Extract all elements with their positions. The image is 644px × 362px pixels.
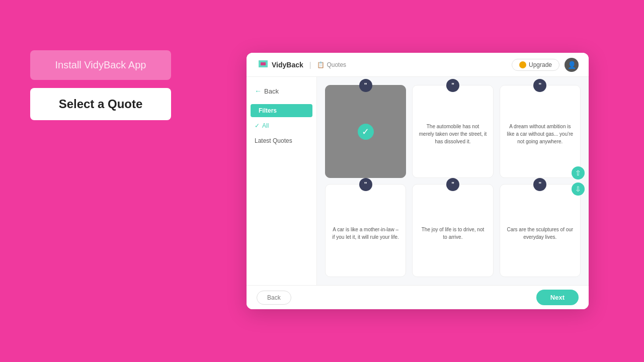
- logo-text: VidyBack: [272, 61, 303, 69]
- sidebar-item-latest[interactable]: Latest Quotes: [247, 134, 316, 147]
- breadcrumb-label: Quotes: [327, 61, 346, 68]
- quote-card-2[interactable]: " The automobile has not merely taken ov…: [412, 85, 493, 178]
- scroll-down-button[interactable]: ⇩: [572, 183, 585, 196]
- quote-card-6[interactable]: " Cars are the sculptures of our everyda…: [500, 184, 581, 277]
- upgrade-label: Upgrade: [529, 61, 552, 68]
- all-label: All: [262, 122, 269, 129]
- quote-text-2: The automobile has not merely taken over…: [419, 123, 487, 145]
- vidyback-logo-icon: [257, 58, 270, 71]
- install-app-button[interactable]: Install VidyBack App: [30, 50, 171, 80]
- scroll-up-button[interactable]: ⇧: [572, 166, 585, 179]
- quote-card-4[interactable]: " A car is like a mother-in-law – if you…: [325, 184, 406, 277]
- quote-card-3[interactable]: " A dream without ambition is like a car…: [500, 85, 581, 178]
- filters-label: Filters: [251, 104, 312, 117]
- main-content: " ✓ " The automobile has not merely take…: [317, 77, 589, 285]
- footer-back-button[interactable]: Back: [257, 291, 291, 305]
- sidebar-item-all[interactable]: ✓ All: [247, 119, 316, 132]
- quote-badge-4: ": [359, 178, 372, 191]
- header-left: VidyBack | 📋 Quotes: [257, 58, 346, 71]
- avatar[interactable]: 👤: [565, 58, 579, 72]
- back-label: Back: [264, 87, 279, 95]
- scroll-buttons: ⇧ ⇩: [572, 166, 585, 196]
- left-panel: Install VidyBack App Select a Quote: [30, 50, 171, 120]
- header-right: Upgrade 👤: [512, 58, 579, 72]
- quote-text-6: Cars are the sculptures of our everyday …: [506, 226, 574, 241]
- logo: VidyBack: [257, 58, 303, 71]
- check-icon: ✓: [255, 122, 260, 129]
- app-header: VidyBack | 📋 Quotes Upgrade 👤: [247, 53, 589, 77]
- next-button[interactable]: Next: [536, 290, 579, 305]
- svg-marker-1: [261, 62, 266, 65]
- upgrade-icon: [519, 61, 526, 68]
- select-quote-button[interactable]: Select a Quote: [30, 88, 171, 120]
- back-sidebar-button[interactable]: ← Back: [247, 84, 316, 98]
- quote-card-5[interactable]: " The joy of life is to drive, not to ar…: [412, 184, 493, 277]
- quote-text-4: A car is like a mother-in-law – if you l…: [332, 226, 399, 241]
- quote-badge-2: ": [446, 79, 459, 92]
- quote-badge-1: ": [359, 79, 372, 92]
- avatar-icon: 👤: [568, 61, 576, 69]
- breadcrumb: 📋 Quotes: [317, 61, 346, 68]
- selected-check-icon: ✓: [358, 124, 374, 140]
- quote-card-1[interactable]: " ✓: [325, 85, 406, 178]
- quote-badge-3: ": [533, 79, 546, 92]
- quote-grid: " ✓ " The automobile has not merely take…: [325, 85, 581, 277]
- quote-text-5: The joy of life is to drive, not to arri…: [419, 226, 487, 241]
- quote-badge-6: ": [533, 178, 546, 191]
- quote-badge-5: ": [446, 178, 459, 191]
- app-body: ← Back Filters ✓ All Latest Quotes " ✓: [247, 77, 589, 285]
- quotes-icon: 📋: [317, 61, 325, 68]
- sidebar: ← Back Filters ✓ All Latest Quotes: [247, 77, 317, 285]
- app-footer: Back Next: [247, 285, 589, 309]
- app-window: VidyBack | 📋 Quotes Upgrade 👤 ← Back: [247, 53, 589, 309]
- back-arrow-icon: ←: [255, 87, 262, 95]
- upgrade-button[interactable]: Upgrade: [512, 59, 559, 71]
- header-divider: |: [309, 61, 311, 69]
- quote-text-3: A dream without ambition is like a car w…: [506, 123, 574, 145]
- latest-label: Latest Quotes: [255, 137, 292, 144]
